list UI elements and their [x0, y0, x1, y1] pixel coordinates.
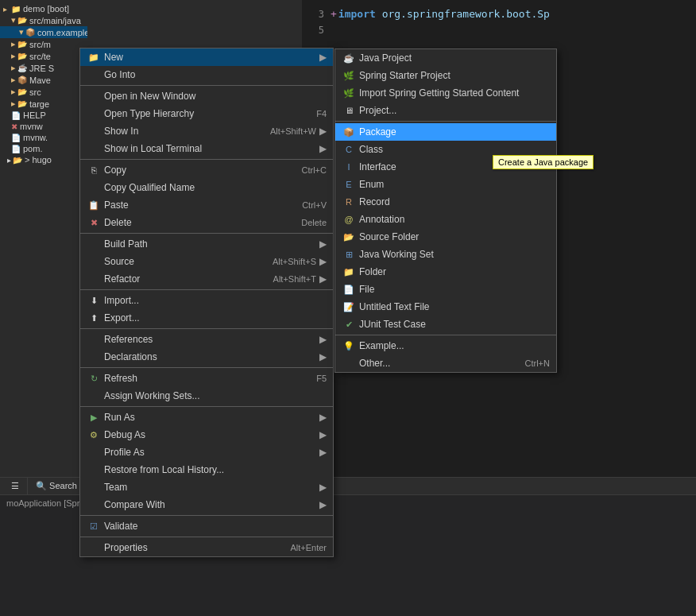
file-icon: 📄	[342, 283, 356, 296]
submenu-file[interactable]: 📄 File	[335, 281, 556, 298]
code-line-3: 3 + import org.springframework.boot.Sp	[308, 6, 690, 22]
menu-item-show-local-terminal[interactable]: Show in Local Terminal ▶	[80, 140, 333, 157]
menu-label-open-type-hierarchy: Open Type Hierarchy	[104, 108, 300, 119]
menu-item-team[interactable]: Team ▶	[80, 478, 333, 496]
menu-label-restore-history: Restore from Local History...	[104, 464, 327, 475]
submenu-enum[interactable]: E Enum	[335, 176, 556, 193]
submenu-label-java-working-set: Java Working Set	[359, 249, 550, 260]
menu-item-open-type-hierarchy[interactable]: Open Type Hierarchy F4	[80, 105, 333, 122]
menu-label-show-local-terminal: Show in Local Terminal	[104, 143, 316, 154]
tree-item-demo[interactable]: ▸ 📁 demo [boot]	[0, 3, 87, 14]
tree-item-src-te[interactable]: ▸ 📂 src/te	[0, 50, 87, 62]
menu-item-source[interactable]: Source Alt+Shift+S ▶	[80, 253, 333, 270]
submenu-label-import-spring: Import Spring Getting Started Content	[359, 87, 550, 99]
tree-item-com-example-demo[interactable]: ▾ 📦 com.example.demo	[0, 26, 87, 38]
menu-item-copy-qualified[interactable]: Copy Qualified Name	[80, 179, 333, 196]
menu-label-copy: Copy	[104, 165, 286, 176]
bottom-tab-console[interactable]: ☰	[3, 478, 28, 494]
menu-item-restore-history[interactable]: Restore from Local History...	[80, 461, 333, 478]
source-folder-icon: 📂	[342, 231, 356, 243]
menu-item-validate[interactable]: ☑ Validate	[80, 517, 333, 535]
declarations-arrow-icon: ▶	[319, 351, 327, 362]
menu-label-go-into: Go Into	[104, 69, 327, 80]
java-project-icon: ☕	[342, 52, 356, 64]
menu-item-new[interactable]: 📁 New ▶ ☕ Java Project 🌿 Spring Starter …	[80, 48, 333, 66]
show-in-arrow-icon: ▶	[319, 126, 327, 137]
submenu-label-enum: Enum	[359, 179, 550, 190]
type-hierarchy-icon	[87, 107, 101, 120]
menu-label-import: Import...	[104, 295, 327, 306]
project-explorer: ▸ 📁 demo [boot] ▾ 📂 src/main/java ▾ 📦 co…	[0, 0, 87, 477]
package-icon: 📦	[342, 126, 356, 138]
submenu-import-spring[interactable]: 🌿 Import Spring Getting Started Content	[335, 84, 556, 102]
text-file-icon: 📝	[342, 300, 356, 313]
submenu-record[interactable]: R Record	[335, 193, 556, 211]
menu-item-references[interactable]: References ▶	[80, 331, 333, 348]
submenu-folder[interactable]: 📁 Folder	[335, 263, 556, 281]
menu-item-refresh[interactable]: ↻ Refresh F5	[80, 370, 333, 387]
submenu-project[interactable]: 🖥 Project...	[335, 102, 556, 119]
menu-item-properties[interactable]: Properties Alt+Enter	[80, 539, 333, 556]
submenu-java-project[interactable]: ☕ Java Project	[335, 49, 556, 67]
show-in-shortcut: Alt+Shift+W	[270, 126, 316, 136]
menu-item-go-into[interactable]: Go Into	[80, 66, 333, 83]
new-arrow-icon: ▶	[319, 52, 327, 63]
submenu-label-spring-starter: Spring Starter Project	[359, 70, 550, 81]
submenu-separator-1	[335, 121, 556, 122]
import-spring-icon: 🌿	[342, 87, 356, 99]
tree-item-maven[interactable]: ▸ 📦 Mave	[0, 74, 87, 86]
tree-item-src[interactable]: ▸ 📂 src	[0, 86, 87, 98]
tree-item-help[interactable]: 📄 HELP	[0, 110, 87, 121]
menu-item-refactor[interactable]: Refactor Alt+Shift+T ▶	[80, 270, 333, 288]
menu-item-copy[interactable]: ⎘ Copy Ctrl+C	[80, 161, 333, 179]
tree-item-jre[interactable]: ▸ ☕ JRE S	[0, 62, 87, 74]
menu-item-assign-working-sets[interactable]: Assign Working Sets...	[80, 387, 333, 405]
menu-item-declarations[interactable]: Declarations ▶	[80, 348, 333, 366]
record-icon: R	[342, 196, 356, 208]
submenu-spring-starter[interactable]: 🌿 Spring Starter Project	[335, 67, 556, 84]
tree-item-target[interactable]: ▸ 📂 targe	[0, 98, 87, 110]
tree-item-hugo[interactable]: ▸ 📂 > hugo	[0, 154, 87, 165]
menu-item-debug-as[interactable]: ⚙ Debug As ▶	[80, 426, 333, 444]
submenu-example[interactable]: 💡 Example...	[335, 337, 556, 354]
submenu-source-folder[interactable]: 📂 Source Folder	[335, 228, 556, 246]
tree-item-src-main-java[interactable]: ▾ 📂 src/main/java	[0, 14, 87, 26]
source-icon	[87, 255, 101, 268]
folder-icon: 📁	[342, 265, 356, 278]
tree-item-mvnw[interactable]: ✖ mvnw	[0, 121, 87, 132]
tree-item-src-m[interactable]: ▸ 📂 src/m	[0, 38, 87, 50]
submenu-java-working-set[interactable]: ⊞ Java Working Set	[335, 246, 556, 263]
menu-item-build-path[interactable]: Build Path ▶	[80, 235, 333, 253]
menu-item-profile-as[interactable]: Profile As ▶	[80, 444, 333, 461]
restore-history-icon	[87, 463, 101, 476]
menu-label-references: References	[104, 334, 316, 345]
submenu-package[interactable]: 📦 Package	[335, 123, 556, 141]
menu-item-import[interactable]: ⬇ Import...	[80, 292, 333, 309]
bottom-tab-search[interactable]: 🔍 Search	[28, 478, 86, 494]
separator-5	[80, 328, 333, 329]
menu-item-export[interactable]: ⬆ Export...	[80, 309, 333, 327]
menu-item-show-in[interactable]: Show In Alt+Shift+W ▶	[80, 122, 333, 140]
submenu-new: ☕ Java Project 🌿 Spring Starter Project …	[334, 48, 557, 373]
tree-item-mvnw2[interactable]: 📄 mvnw.	[0, 132, 87, 143]
tree-item-pom[interactable]: 📄 pom.	[0, 143, 87, 154]
submenu-other[interactable]: Other... Ctrl+N	[335, 354, 556, 372]
menu-item-open-new-window[interactable]: Open in New Window	[80, 87, 333, 105]
menu-item-delete[interactable]: ✖ Delete Delete	[80, 214, 333, 231]
menu-item-paste[interactable]: 📋 Paste Ctrl+V	[80, 196, 333, 214]
project-icon: 🖥	[342, 104, 356, 117]
submenu-untitled-text[interactable]: 📝 Untitled Text File	[335, 298, 556, 316]
other-shortcut: Ctrl+N	[525, 358, 550, 368]
submenu-label-record: Record	[359, 196, 550, 207]
terminal-arrow-icon: ▶	[319, 143, 327, 154]
team-icon	[87, 481, 101, 494]
submenu-annotation[interactable]: @ Annotation	[335, 211, 556, 228]
submenu-label-annotation: Annotation	[359, 214, 550, 225]
menu-item-compare-with[interactable]: Compare With ▶	[80, 496, 333, 513]
submenu-label-class: Class	[359, 144, 550, 155]
submenu-label-java-project: Java Project	[359, 52, 550, 64]
submenu-junit-test[interactable]: ✔ JUnit Test Case	[335, 316, 556, 333]
menu-item-run-as[interactable]: ▶ Run As ▶	[80, 409, 333, 426]
copy-qualified-icon	[87, 181, 101, 194]
class-icon: C	[342, 143, 356, 156]
